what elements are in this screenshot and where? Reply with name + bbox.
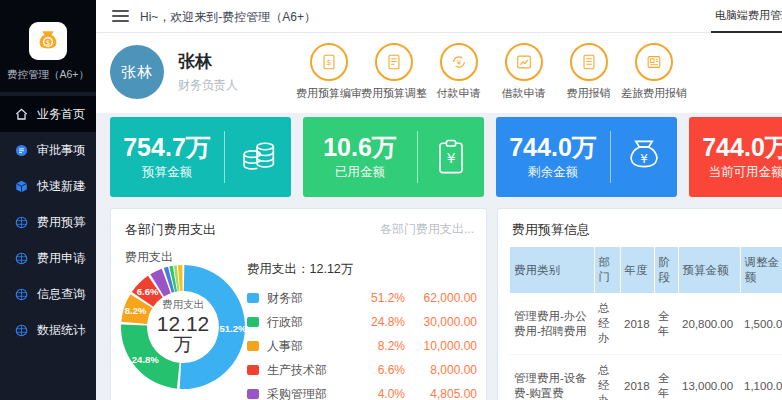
stat-value: 744.0万 xyxy=(496,133,610,162)
dashboard-page: $ 费控管理（A6+） 业务首页 审批事项 xyxy=(0,0,782,400)
menu-toggle-icon[interactable] xyxy=(112,10,129,25)
stat-value: 10.6万 xyxy=(303,133,417,162)
action-label: 付款申请 xyxy=(426,86,491,101)
loan-request-icon xyxy=(505,43,543,81)
stat-card-budget: 754.7万 预算金额 xyxy=(110,117,291,197)
svg-text:$: $ xyxy=(46,38,50,47)
app-name: 费控管理（A6+） xyxy=(0,68,96,82)
action-budget-review[interactable]: $ 费用预算编审 xyxy=(296,43,361,101)
sidebar-item-approvals[interactable]: 审批事项 xyxy=(0,132,96,168)
action-budget-adjust[interactable]: 费用预算调整 xyxy=(361,43,426,101)
query-icon xyxy=(13,286,29,302)
moneybag-yen-icon: ¥ xyxy=(611,135,677,179)
sidebar-item-info-query[interactable]: 信息查询 xyxy=(0,276,96,312)
table-row: 管理费用-设备费-购置费 总经办 2018 全年 13,000.00 1,100… xyxy=(510,355,782,400)
action-travel-claim[interactable]: 差旅费用报销 xyxy=(621,43,686,101)
approval-icon xyxy=(13,142,29,158)
user-role: 财务负责人 xyxy=(178,77,238,94)
legend-item: 生产技术部 6.6% 8,000.00 xyxy=(247,358,477,382)
col-expense-type: 费用类别 xyxy=(510,247,594,293)
panel-title: 费用预算信息 xyxy=(498,209,782,239)
svg-text:8.2%: 8.2% xyxy=(125,305,147,316)
stat-label: 剩余金额 xyxy=(496,164,610,181)
action-expense-claim[interactable]: 费用报销 xyxy=(556,43,621,101)
stat-card-available: 744.0万 当前可用金额 ¥ xyxy=(689,117,782,197)
sidebar-item-label: 快速新建 xyxy=(37,178,85,195)
action-loan-request[interactable]: 借款申请 xyxy=(491,43,556,101)
stat-label: 已用金额 xyxy=(303,164,417,181)
action-label: 费用预算调整 xyxy=(361,86,426,101)
quick-actions: $ 费用预算编审 费用预算调整 ¥ 付款申请 借款申请 xyxy=(296,43,686,101)
coins-icon xyxy=(225,134,291,180)
budget-info-panel: 费用预算信息 费用类别 部门 年度 阶段 预算金额 调整金额 可用金额 管理费用… xyxy=(497,208,782,400)
stat-card-remaining: 744.0万 剩余金额 ¥ xyxy=(496,117,677,197)
donut-chart: 51.2%24.8%8.2%6.6% 费用支出 12.12 万 xyxy=(117,261,249,393)
stat-label: 当前可用金额 xyxy=(689,164,782,181)
col-year: 年度 xyxy=(620,247,654,293)
moneybag-logo-icon: $ xyxy=(29,22,67,60)
action-label: 费用预算编审 xyxy=(296,86,361,101)
legend-swatch xyxy=(247,389,259,399)
legend-item: 行政部 24.8% 30,000.00 xyxy=(247,310,477,334)
sidebar-item-statistics[interactable]: 数据统计 xyxy=(0,312,96,348)
sidebar-menu: 业务首页 审批事项 快速新建 费用预算 xyxy=(0,96,96,348)
col-department: 部门 xyxy=(594,247,620,293)
sidebar-item-label: 信息查询 xyxy=(37,286,85,303)
svg-text:24.8%: 24.8% xyxy=(132,354,159,365)
avatar: 张林 xyxy=(110,45,164,99)
sidebar-item-label: 审批事项 xyxy=(37,142,85,159)
svg-text:¥: ¥ xyxy=(447,150,456,166)
table-row: 管理费用-办公费用-招聘费用 总经办 2018 全年 20,800.00 1,5… xyxy=(510,293,782,355)
sidebar-item-home[interactable]: 业务首页 xyxy=(0,96,96,132)
action-label: 借款申请 xyxy=(491,86,556,101)
user-band: 张林 张林 财务负责人 $ 费用预算编审 费用预算调整 ¥ 付款申请 xyxy=(96,33,782,113)
table-header-row: 费用类别 部门 年度 阶段 预算金额 调整金额 可用金额 xyxy=(510,247,782,293)
sidebar-item-label: 费用申请 xyxy=(37,250,85,267)
travel-claim-icon xyxy=(635,43,673,81)
payment-request-icon: ¥ xyxy=(440,43,478,81)
expense-claim-icon xyxy=(570,43,608,81)
col-budget-amount: 预算金额 xyxy=(678,247,740,293)
legend-item: 采购管理部 4.0% 4,805.00 xyxy=(247,382,477,400)
budget-review-icon: $ xyxy=(310,43,348,81)
legend-swatch xyxy=(247,365,259,375)
stat-label: 预算金额 xyxy=(110,164,224,181)
svg-text:¥: ¥ xyxy=(456,59,461,67)
quick-create-icon xyxy=(13,178,29,194)
department-expense-panel: 各部门费用支出 各部门费用支出... 费用支出 51.2%24.8%8.2%6.… xyxy=(110,208,487,400)
stat-value: 754.7万 xyxy=(110,133,224,162)
col-adjust-amount: 调整金额 xyxy=(740,247,782,293)
tab-pc-expense[interactable]: 电脑端费用管理 xyxy=(711,8,782,33)
apply-icon xyxy=(13,250,29,266)
stat-value: 744.0万 xyxy=(689,133,782,162)
col-stage: 阶段 xyxy=(654,247,678,293)
action-payment-request[interactable]: ¥ 付款申请 xyxy=(426,43,491,101)
legend-swatch xyxy=(247,341,259,351)
budget-icon xyxy=(13,214,29,230)
budget-table: 费用类别 部门 年度 阶段 预算金额 调整金额 可用金额 管理费用-办公费用-招… xyxy=(510,247,782,400)
legend-swatch xyxy=(247,293,259,303)
sidebar-item-budget[interactable]: 费用预算 xyxy=(0,204,96,240)
welcome-text: Hi~，欢迎来到-费控管理（A6+） xyxy=(140,9,316,26)
legend-swatch xyxy=(247,317,259,327)
sidebar-item-label: 数据统计 xyxy=(37,322,85,339)
user-name: 张林 xyxy=(178,50,212,73)
svg-text:6.6%: 6.6% xyxy=(137,286,159,297)
stats-icon xyxy=(13,322,29,338)
sidebar-item-quick-create[interactable]: 快速新建 xyxy=(0,168,96,204)
sidebar-item-label: 业务首页 xyxy=(37,106,85,123)
topbar: Hi~，欢迎来到-费控管理（A6+） 电脑端费用管理 xyxy=(96,0,782,33)
department-expense-select[interactable]: 各部门费用支出... xyxy=(380,221,474,238)
home-icon xyxy=(13,106,29,122)
sidebar-item-expense-apply[interactable]: 费用申请 xyxy=(0,240,96,276)
svg-text:51.2%: 51.2% xyxy=(219,323,246,334)
budget-adjust-icon xyxy=(375,43,413,81)
legend-item: 财务部 51.2% 62,000.00 xyxy=(247,286,477,310)
legend-item: 人事部 8.2% 10,000.00 xyxy=(247,334,477,358)
app-logo-box: $ 费控管理（A6+） xyxy=(0,0,96,92)
sidebar-item-label: 费用预算 xyxy=(37,214,85,231)
stat-card-used: 10.6万 已用金额 ¥ xyxy=(303,117,484,197)
clipboard-yen-icon: ¥ xyxy=(418,135,484,179)
action-label: 差旅费用报销 xyxy=(621,86,686,101)
legend-total: 费用支出：12.12万 xyxy=(247,261,477,278)
